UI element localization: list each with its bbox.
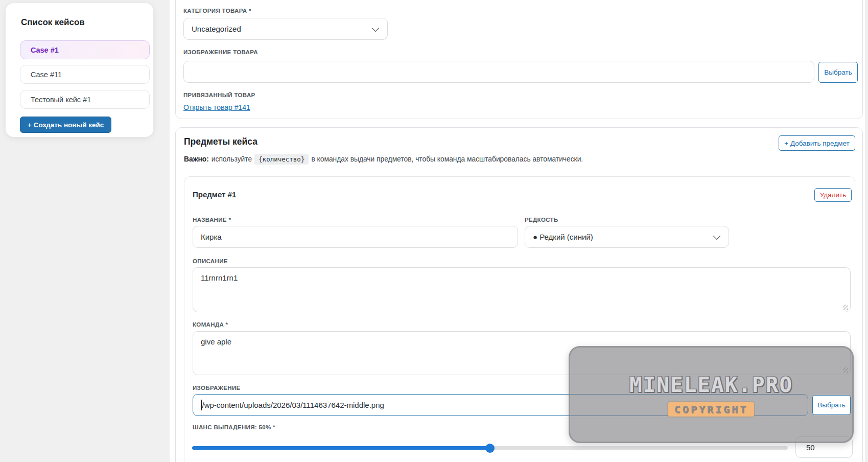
resize-handle-icon[interactable] — [843, 305, 848, 310]
watermark-brand: MINELEAK.PRO — [629, 373, 793, 397]
watermark: MINELEAK.PRO COPYRIGHT — [569, 346, 854, 443]
case-list-panel: Список кейсов Case #1 Case #11 Тестовый … — [6, 3, 153, 137]
chance-slider-thumb[interactable] — [485, 444, 495, 453]
item-chance-label: ШАНС ВЫПАДЕНИЯ: 50% * — [193, 424, 275, 430]
case-list-title: Список кейсов — [21, 17, 85, 28]
create-case-button[interactable]: + Создать новый кейс — [20, 117, 111, 133]
product-image-input[interactable] — [183, 61, 814, 83]
item-image-value: /wp-content/uploads/2026/03/1114637642-m… — [202, 401, 384, 409]
chevron-down-icon — [713, 232, 720, 239]
product-image-choose-button[interactable]: Выбрать — [818, 62, 858, 83]
item-image-label: ИЗОБРАЖЕНИЕ — [193, 385, 241, 391]
item-command-label: КОМАНДА * — [193, 321, 228, 328]
watermark-copyright: COPYRIGHT — [668, 402, 754, 417]
category-label: КАТЕГОРИЯ ТОВАРА * — [183, 8, 251, 14]
product-card: КАТЕГОРИЯ ТОВАРА * Uncategorized ИЗОБРАЖ… — [175, 0, 863, 119]
delete-item-button[interactable]: Удалить — [814, 188, 852, 202]
case-item-3[interactable]: Тестовый кейс #1 — [20, 90, 150, 109]
text-caret — [201, 400, 202, 410]
item-description-label: ОПИСАНИЕ — [193, 258, 228, 264]
chance-slider[interactable] — [192, 446, 788, 450]
case-item-label: Тестовый кейс #1 — [31, 96, 91, 104]
item-rarity-label: РЕДКОСТЬ — [525, 217, 558, 223]
add-item-button[interactable]: + Добавить предмет — [779, 135, 855, 151]
items-note: Важно: используйте {количество} в команд… — [184, 154, 583, 165]
item-description-value: 11rnrn1rn1 — [201, 273, 238, 282]
item-rarity-value: ● Редкий (синий) — [533, 233, 593, 241]
chance-slider-fill — [192, 446, 490, 450]
open-product-link[interactable]: Открыть товар #141 — [183, 103, 250, 111]
linked-product-label: ПРИВЯЗАННЫЙ ТОВАР — [183, 92, 255, 98]
item-description-textarea[interactable]: 11rnrn1rn1 — [193, 267, 851, 312]
category-select-value: Uncategorized — [192, 25, 241, 33]
category-select[interactable]: Uncategorized — [183, 18, 388, 40]
item-name-label: НАЗВАНИЕ * — [193, 217, 231, 223]
case-item-1[interactable]: Case #1 — [20, 40, 150, 59]
chevron-down-icon — [372, 24, 379, 31]
item-name-value: Кирка — [201, 233, 222, 241]
note-mid: используйте — [212, 155, 252, 163]
item-name-input[interactable]: Кирка — [193, 226, 518, 248]
case-item-2[interactable]: Case #11 — [20, 65, 150, 84]
item-title: Предмет #1 — [193, 190, 236, 199]
item-command-value: give aple — [201, 337, 231, 346]
note-code-chip: {количество} — [254, 154, 309, 165]
case-item-label: Case #1 — [31, 46, 59, 54]
item-rarity-select[interactable]: ● Редкий (синий) — [525, 226, 729, 248]
case-item-label: Case #11 — [31, 71, 62, 79]
items-section-title: Предметы кейса — [184, 136, 257, 147]
product-image-label: ИЗОБРАЖЕНИЕ ТОВАРА — [183, 49, 258, 55]
note-prefix: Важно: — [184, 155, 209, 163]
admin-page: Список кейсов Case #1 Case #11 Тестовый … — [0, 0, 868, 462]
chance-number-value: 50 — [806, 443, 815, 452]
note-tail: в командах выдачи предметов, чтобы коман… — [311, 155, 583, 163]
item-image-choose-button[interactable]: Выбрать — [812, 395, 851, 415]
